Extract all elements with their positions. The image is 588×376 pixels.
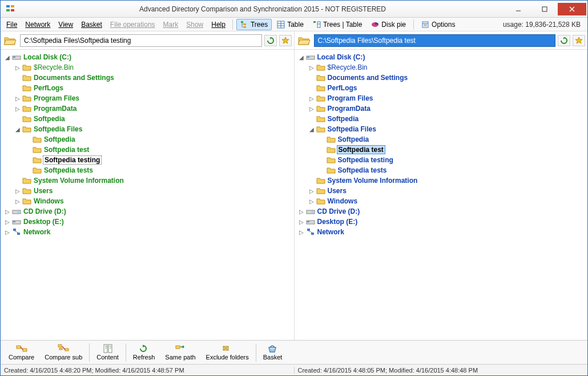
tree-sysvol[interactable]: System Volume Information bbox=[14, 175, 291, 186]
tree-docs[interactable]: Documents and Settings bbox=[308, 73, 585, 83]
compare-sub-icon bbox=[58, 344, 69, 353]
refresh-icon bbox=[560, 37, 568, 45]
basket-button[interactable]: Basket bbox=[259, 343, 287, 362]
left-path-input[interactable]: C:\Softpedia Files\Softpedia testing bbox=[20, 34, 262, 47]
minimize-button[interactable] bbox=[505, 3, 531, 15]
exclude-icon bbox=[221, 344, 233, 353]
folder-icon bbox=[33, 166, 42, 175]
compare-sub-label: Compare sub bbox=[45, 354, 82, 361]
tree-programdata[interactable]: ▷ProgramData bbox=[308, 103, 585, 114]
menu-view[interactable]: View bbox=[55, 19, 76, 30]
compare-icon bbox=[16, 344, 27, 353]
right-pathbar: C:\Softpedia Files\Softpedia test bbox=[294, 31, 588, 50]
compare-sub-button[interactable]: Compare sub bbox=[40, 343, 87, 362]
tree-windows[interactable]: ▷Windows bbox=[308, 196, 585, 206]
tree-network[interactable]: ▷Network bbox=[298, 227, 585, 237]
svg-rect-46 bbox=[58, 345, 62, 347]
folder-open-icon[interactable] bbox=[3, 34, 18, 47]
right-favorite-button[interactable] bbox=[573, 35, 585, 46]
tree-recycle[interactable]: ▷$Recycle.Bin bbox=[14, 62, 291, 73]
same-path-button[interactable]: Same path bbox=[160, 343, 200, 362]
tree-cd-drive[interactable]: ▷CD Drive (D:) bbox=[4, 206, 291, 217]
table-label: Table bbox=[287, 21, 304, 29]
tree-docs[interactable]: Documents and Settings bbox=[14, 73, 291, 83]
menu-help[interactable]: Help bbox=[208, 19, 229, 30]
content-button[interactable]: Content bbox=[92, 343, 123, 362]
svg-rect-1 bbox=[11, 5, 14, 7]
options-button[interactable]: Options bbox=[417, 19, 459, 30]
tree-recycle[interactable]: ▷$Recycle.Bin bbox=[308, 62, 585, 73]
svg-line-61 bbox=[273, 349, 274, 351]
trees-table-button[interactable]: Trees | Table bbox=[309, 19, 366, 30]
tree-softpedia-files[interactable]: ◢Softpedia Files bbox=[308, 124, 585, 134]
left-favorite-button[interactable] bbox=[279, 35, 292, 46]
tree-users[interactable]: ▷Users bbox=[14, 186, 291, 196]
folder-icon bbox=[22, 114, 31, 123]
disk-pie-button[interactable]: Disk pie bbox=[367, 19, 410, 30]
menu-basket[interactable]: Basket bbox=[78, 19, 106, 30]
tree-perflogs[interactable]: PerfLogs bbox=[308, 83, 585, 93]
tree-softpedia[interactable]: Softpedia bbox=[14, 114, 291, 124]
separator bbox=[413, 19, 414, 30]
tree-program-files[interactable]: ▷Program Files bbox=[14, 93, 291, 103]
tree-windows[interactable]: ▷Windows bbox=[14, 196, 291, 206]
tree-desktop[interactable]: ▷Desktop (E:) bbox=[298, 217, 585, 227]
trees-button[interactable]: Trees bbox=[236, 19, 272, 30]
tree-programdata[interactable]: ▷ProgramData bbox=[14, 103, 291, 114]
menu-network[interactable]: Network bbox=[22, 19, 54, 30]
table-button[interactable]: Table bbox=[273, 19, 308, 30]
tree-desktop[interactable]: ▷Desktop (E:) bbox=[4, 217, 291, 227]
compare-button[interactable]: Compare bbox=[4, 343, 39, 362]
right-refresh-button[interactable] bbox=[558, 35, 570, 46]
cd-drive-icon bbox=[12, 207, 21, 216]
tree-sysvol[interactable]: System Volume Information bbox=[308, 175, 585, 186]
refresh-button[interactable]: Refresh bbox=[128, 343, 160, 362]
folder-icon bbox=[327, 155, 336, 165]
right-path-input[interactable]: C:\Softpedia Files\Softpedia test bbox=[314, 34, 556, 47]
content-label: Content bbox=[96, 354, 119, 361]
tree-sf-test[interactable]: Softpedia test bbox=[319, 145, 585, 155]
tree-sf-testing[interactable]: Softpedia testing bbox=[319, 155, 585, 165]
statusbar: Created: 4/16/2015 4:48:20 PM; Modified:… bbox=[1, 364, 587, 375]
tree-sf-softpedia[interactable]: Softpedia bbox=[319, 134, 585, 145]
tree-local-disk[interactable]: ◢Local Disk (C:) bbox=[4, 52, 291, 62]
folder-open-icon[interactable] bbox=[297, 34, 312, 47]
disk-pie-label: Disk pie bbox=[381, 21, 406, 29]
svg-rect-40 bbox=[307, 221, 309, 222]
svg-rect-33 bbox=[17, 233, 20, 235]
tree-sf-test[interactable]: Softpedia test bbox=[25, 145, 291, 155]
menu-file[interactable]: File bbox=[3, 19, 21, 30]
folder-icon bbox=[316, 63, 325, 72]
tree-perflogs[interactable]: PerfLogs bbox=[14, 83, 291, 93]
left-refresh-button[interactable] bbox=[264, 35, 277, 46]
exclude-label: Exclude folders bbox=[206, 354, 249, 361]
tree-sf-testing[interactable]: Softpedia testing bbox=[25, 155, 291, 165]
folder-icon bbox=[316, 114, 325, 123]
left-tree-panel[interactable]: ◢Local Disk (C:) ▷$Recycle.Bin Documents… bbox=[1, 50, 295, 340]
tree-softpedia[interactable]: Softpedia bbox=[308, 114, 585, 124]
folder-icon bbox=[22, 197, 31, 206]
tree-sf-tests[interactable]: Softpedia tests bbox=[25, 165, 291, 175]
tree-sf-softpedia[interactable]: Softpedia bbox=[25, 134, 291, 145]
close-button[interactable] bbox=[558, 3, 586, 15]
options-icon bbox=[421, 21, 429, 29]
window-title: Advanced Directory Comparison and Synchr… bbox=[20, 5, 505, 13]
tree-users[interactable]: ▷Users bbox=[308, 186, 585, 196]
tree-cd-drive[interactable]: ▷CD Drive (D:) bbox=[298, 206, 585, 217]
folder-icon bbox=[22, 186, 31, 195]
network-icon bbox=[12, 227, 21, 237]
maximize-button[interactable] bbox=[531, 3, 558, 15]
tree-local-disk[interactable]: ◢Local Disk (C:) bbox=[298, 52, 585, 62]
menu-show: Show bbox=[183, 19, 207, 30]
tree-program-files[interactable]: ▷Program Files bbox=[308, 93, 585, 103]
folder-icon bbox=[22, 73, 31, 82]
tree-sf-tests[interactable]: Softpedia tests bbox=[319, 165, 585, 175]
folder-icon bbox=[316, 73, 325, 82]
folder-icon bbox=[22, 94, 31, 103]
exclude-folders-button[interactable]: Exclude folders bbox=[202, 343, 253, 362]
svg-rect-45 bbox=[23, 349, 27, 351]
tree-softpedia-files[interactable]: ◢Softpedia Files bbox=[14, 124, 291, 134]
table-icon bbox=[277, 21, 285, 29]
tree-network[interactable]: ▷Network bbox=[4, 227, 291, 237]
right-tree-panel[interactable]: ◢Local Disk (C:) ▷$Recycle.Bin Documents… bbox=[295, 50, 588, 340]
